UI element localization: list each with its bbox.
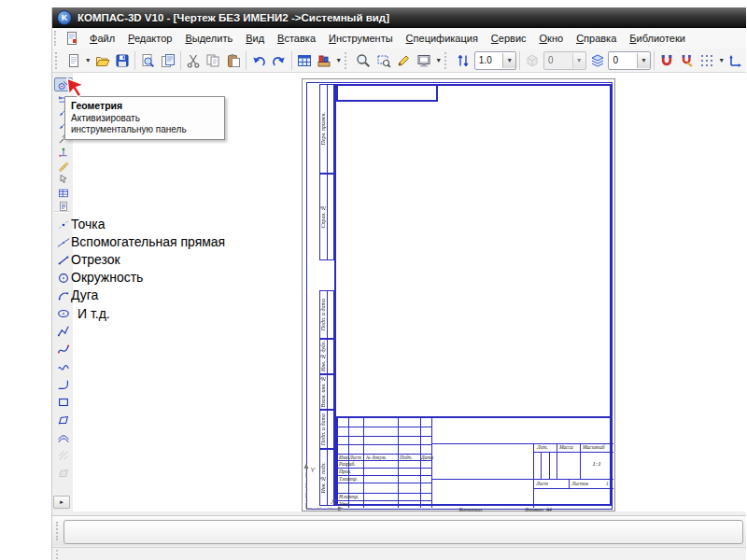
- menu-item-10[interactable]: Справка: [570, 30, 623, 47]
- menu-item-2[interactable]: Редактор: [121, 30, 178, 47]
- refresh-image-icon: [396, 53, 411, 68]
- current-layer-button[interactable]: [587, 49, 608, 72]
- tool-button-hatch[interactable]: [54, 446, 73, 465]
- tool-button-circle[interactable]: [54, 269, 73, 287]
- tool-button-segment[interactable]: [54, 251, 73, 270]
- orientation-button[interactable]: [522, 49, 543, 72]
- menu-item-3[interactable]: Выделить: [178, 30, 239, 47]
- undo-button[interactable]: [248, 49, 269, 72]
- tooltip-geometry: Геометрия Активизировать инструментальну…: [64, 96, 225, 140]
- menu-item-11[interactable]: Библиотеки: [623, 30, 692, 47]
- variables-button[interactable]: [294, 49, 315, 72]
- dropdown-arrow-icon[interactable]: ▼: [434, 50, 443, 71]
- measurement-icon: [58, 161, 69, 172]
- tool-button-continuous-input[interactable]: [54, 322, 73, 341]
- panel-expand-button[interactable]: ▸: [53, 496, 70, 509]
- step-combobox[interactable]: 1.0▼: [474, 51, 517, 70]
- tool-button-arc[interactable]: [54, 287, 73, 305]
- menu-item-9[interactable]: Окно: [533, 30, 571, 47]
- tool-button-point[interactable]: [54, 216, 73, 234]
- panel-button-measurement[interactable]: [54, 159, 73, 173]
- property-bar-grip[interactable]: [56, 522, 61, 540]
- annotation-label-5: Дуга: [71, 287, 98, 302]
- zoom-by-frame-button[interactable]: [374, 49, 394, 72]
- cut-button[interactable]: [183, 49, 204, 72]
- grid-toggle-button[interactable]: [697, 49, 717, 72]
- print-preview-button[interactable]: [137, 49, 158, 72]
- global-snaps-button[interactable]: [656, 49, 677, 72]
- tool-button-auxiliary-line[interactable]: [54, 233, 73, 252]
- tool-button-rectangle[interactable]: [54, 393, 73, 412]
- ortho-mode-button[interactable]: [726, 49, 746, 72]
- sheets-value: 1: [606, 481, 609, 486]
- layers-icon: [590, 53, 605, 68]
- new-document-button[interactable]: [63, 49, 84, 72]
- lit-label: Лит.: [537, 444, 548, 450]
- screenshot-root: K КОМПАС-3D V10 - [Чертеж БЕЗ ИМЕНИ2 ->С…: [0, 0, 747, 560]
- menu: ФайлРедакторВыделитьВидВставкаИнструмент…: [83, 30, 692, 47]
- save-document-button[interactable]: [112, 49, 133, 72]
- dropdown-arrow-icon[interactable]: ▼: [334, 50, 343, 71]
- menu-item-6[interactable]: Инструменты: [322, 30, 400, 47]
- tool-button-collect-contour[interactable]: [54, 411, 73, 429]
- title-block-header: № докум.: [366, 455, 387, 460]
- combo-dropdown-icon[interactable]: ▼: [572, 53, 585, 68]
- menu-grip[interactable]: [54, 31, 61, 46]
- toolbar-grip[interactable]: [345, 52, 351, 69]
- library-manager-button[interactable]: [314, 49, 334, 72]
- margin-cell-label: Инв. № дубл.: [320, 340, 327, 373]
- tool-button-fillet[interactable]: [54, 375, 73, 394]
- redo-button[interactable]: [269, 49, 289, 72]
- dropdown-arrow-icon[interactable]: ▼: [717, 50, 726, 71]
- step-combobox-value[interactable]: 1.0: [475, 55, 503, 65]
- annotation-label-1: Точка: [71, 217, 105, 231]
- orientation-combobox[interactable]: 0▼: [543, 51, 586, 70]
- dropdown-arrow-icon[interactable]: ▼: [84, 50, 92, 71]
- current-step-button[interactable]: [453, 49, 473, 72]
- paste-button[interactable]: [223, 49, 244, 72]
- menu-item-5[interactable]: Вставка: [271, 30, 322, 47]
- collect-contour-icon: [57, 413, 70, 427]
- menu-item-4[interactable]: Вид: [239, 30, 271, 47]
- tool-button-macroelement[interactable]: [54, 464, 73, 483]
- tool-button-nurbs-curve[interactable]: [54, 357, 73, 376]
- tool-button-equidistant[interactable]: [54, 428, 73, 447]
- show-all-button[interactable]: [414, 49, 434, 72]
- view-cube-icon: [525, 53, 540, 68]
- point-icon: [57, 218, 70, 231]
- sheet-origin-axes: Y X: [297, 455, 349, 511]
- toolbar-separator: [246, 51, 247, 70]
- segment-icon: [57, 254, 70, 267]
- toolbar-separator: [519, 51, 520, 70]
- panel-button-selection[interactable]: [54, 173, 73, 187]
- equidistant-icon: [57, 431, 70, 444]
- zoom-tool-button[interactable]: [353, 49, 374, 72]
- snap-settings-button[interactable]: [677, 49, 698, 72]
- menu-item-1[interactable]: Файл: [83, 30, 121, 47]
- zoom-frame-icon: [376, 53, 391, 68]
- title-bar[interactable]: K КОМПАС-3D V10 - [Чертеж БЕЗ ИМЕНИ2 ->С…: [52, 7, 746, 28]
- tool-button-bezier-curve[interactable]: [54, 340, 73, 358]
- panel-button-parametrization[interactable]: [54, 146, 73, 160]
- orientation-combobox-value[interactable]: 0: [544, 55, 572, 65]
- menu-item-8[interactable]: Сервис: [485, 30, 533, 47]
- toolbar-grip[interactable]: [55, 52, 62, 69]
- panel-button-specification[interactable]: [54, 186, 73, 200]
- menu-item-7[interactable]: Спецификация: [400, 30, 485, 47]
- combo-dropdown-icon[interactable]: ▼: [502, 53, 515, 68]
- toolbar-grip[interactable]: [444, 52, 451, 69]
- tool-button-ellipse[interactable]: [54, 304, 73, 323]
- layer-combobox-value[interactable]: 0: [609, 55, 637, 65]
- margin-cell-label: Подп. и дата: [320, 411, 327, 448]
- document-icon[interactable]: [64, 31, 79, 46]
- annotation-label-6: И т.д.: [78, 306, 110, 321]
- copy-button[interactable]: [204, 49, 224, 72]
- open-document-button[interactable]: [92, 49, 113, 72]
- zoom-icon: [356, 53, 371, 68]
- document-manager-button[interactable]: [158, 49, 178, 72]
- refresh-image-button[interactable]: [394, 49, 415, 72]
- property-bar-field[interactable]: [63, 520, 743, 544]
- combo-dropdown-icon[interactable]: ▼: [637, 53, 650, 68]
- property-bar: [52, 515, 746, 546]
- layer-combobox[interactable]: 0▼: [608, 51, 651, 70]
